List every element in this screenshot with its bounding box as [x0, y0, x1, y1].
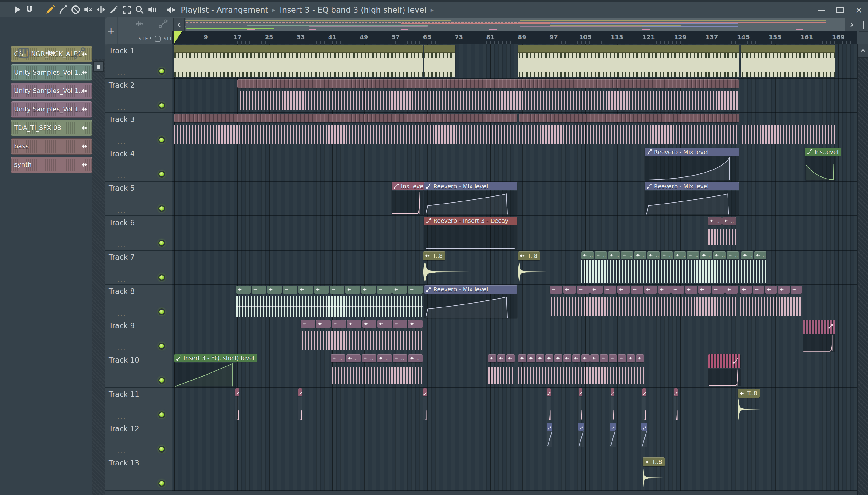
audio-chip-clip[interactable]: ‥ [741, 252, 753, 259]
audio-chip-clip[interactable]: ‥ [362, 320, 377, 328]
vertical-scrollbar[interactable] [857, 44, 868, 495]
audio-chip-clip[interactable]: ‥ [725, 286, 738, 294]
audio-chip-clip[interactable]: ‥ [722, 217, 736, 225]
track-header[interactable]: Track 9... [105, 319, 172, 354]
picker-item[interactable]: synth [11, 157, 92, 173]
audio-chip-clip[interactable]: ‥ [377, 354, 392, 362]
track-mute-led[interactable] [159, 377, 165, 383]
tiny-automation-clip[interactable] [579, 388, 582, 421]
step-checkbox[interactable] [154, 36, 161, 42]
audio-chip-clip[interactable]: ‥ [236, 286, 251, 294]
picker-item[interactable]: bass [11, 138, 92, 155]
add-playlist-tab-button[interactable]: + [105, 17, 117, 44]
audio-chip-clip[interactable]: ‥ [377, 286, 392, 294]
picker-item[interactable]: Unity Samples_Vol 1.. [11, 101, 92, 118]
zoom-icon[interactable] [134, 4, 145, 15]
picker-tab-piano-icon[interactable] [17, 47, 30, 59]
audio-chip-clip[interactable]: ‥ [330, 286, 344, 294]
tiny-automation-clip[interactable] [674, 388, 677, 421]
audio-chip-clip[interactable]: ‥ [497, 354, 506, 362]
preview-icon[interactable] [147, 4, 157, 15]
audio-chip-clip[interactable]: ‥ [627, 354, 635, 362]
tiny-automation-clip[interactable] [298, 388, 302, 421]
track-options-dots[interactable]: ... [117, 241, 126, 249]
track-options-dots[interactable]: ... [117, 447, 126, 455]
audio-chip-clip[interactable]: ‥ [527, 354, 535, 362]
audio-chip-clip[interactable]: ‥ [604, 286, 616, 294]
audio-chip-clip[interactable]: ‥ [714, 252, 726, 259]
audio-chip-clip[interactable]: ‥ [563, 286, 576, 294]
picker-scrollbar-thumb[interactable] [97, 65, 100, 69]
track-options-dots[interactable]: ... [117, 310, 126, 317]
pattern-clip-strip[interactable] [519, 114, 739, 122]
track-options-dots[interactable]: ... [117, 207, 126, 214]
audio-chip-clip[interactable]: ‥ [671, 286, 684, 294]
audio-chip-clip[interactable]: ‥ [687, 252, 699, 259]
audio-chip-clip[interactable]: ‥ [518, 354, 526, 362]
track-header[interactable]: Track 12... [105, 422, 172, 457]
waveform-icon[interactable] [135, 19, 145, 29]
audio-chip-clip[interactable]: ‥ [790, 286, 802, 294]
tiny-blue-automation-clip[interactable] [610, 423, 616, 447]
track-mute-led[interactable] [159, 343, 165, 349]
audio-chip-clip[interactable]: ‥ [345, 286, 360, 294]
audio-chip-clip[interactable]: ‥ [636, 354, 644, 362]
picker-item[interactable]: TDA_TI_SFX 08 [11, 120, 92, 136]
track-header[interactable]: Track 7... [105, 251, 172, 285]
picker-tab-link-icon[interactable] [73, 47, 86, 59]
audio-chip-clip[interactable]: ‥ [361, 286, 376, 294]
automation-clip[interactable]: Reeverb - Insert 3 - Decay [424, 217, 518, 249]
tiny-automation-clip[interactable] [611, 388, 614, 421]
track-mute-led[interactable] [159, 240, 165, 246]
playhead-marker[interactable] [174, 31, 182, 44]
waveform-block[interactable] [740, 297, 802, 316]
track-mute-led[interactable] [159, 171, 165, 177]
track-mute-led[interactable] [159, 446, 165, 452]
audio-chip-clip[interactable]: ‥ [563, 354, 571, 362]
picker-item[interactable]: Unity Samples_Vol 1.. [11, 83, 92, 99]
scroll-up-button[interactable] [858, 44, 868, 57]
audio-chip-clip[interactable]: ‥ [314, 286, 329, 294]
track-options-dots[interactable]: ... [117, 172, 126, 180]
audio-chip-clip[interactable]: ‥ [362, 354, 376, 362]
audio-chip-clip[interactable]: ‥ [554, 354, 562, 362]
audio-chip-clip[interactable]: ‥ [644, 286, 657, 294]
audio-chip-clip[interactable]: ‥ [392, 286, 407, 294]
scroll-left-button[interactable] [173, 18, 185, 32]
audio-chip-clip[interactable]: ‥ [408, 286, 423, 294]
magnet-icon[interactable] [24, 4, 34, 15]
audio-chip-clip[interactable]: ‥ [506, 354, 515, 362]
deny-icon[interactable] [70, 4, 81, 15]
audio-chip-clip[interactable]: ‥ [674, 252, 686, 259]
track-options-dots[interactable]: ... [117, 344, 126, 352]
automation-clip[interactable]: Reeverb - Mix level [424, 182, 518, 215]
waveform-block[interactable] [331, 367, 423, 383]
chopped-automation-clip[interactable] [708, 354, 741, 386]
picker-tab-waveform-icon[interactable] [45, 47, 57, 59]
pencil-icon[interactable] [45, 4, 55, 15]
waveform-block[interactable] [741, 260, 767, 283]
audio-chip-clip[interactable]: ‥ [753, 286, 765, 294]
picker-scrollbar[interactable] [94, 62, 104, 72]
track-mute-led[interactable] [159, 205, 165, 212]
audio-chip-clip[interactable]: ‥ [545, 354, 553, 362]
audio-chip-clip[interactable]: ‥ [346, 354, 361, 362]
track-header[interactable]: Track 10... [105, 354, 172, 388]
audio-chip-clip[interactable]: ‥ [608, 252, 620, 259]
scroll-right-button[interactable] [846, 18, 857, 32]
audio-chip-clip[interactable]: ‥ [648, 252, 660, 259]
audio-chip-clip[interactable]: ‥ [582, 252, 594, 259]
sample-clip-label[interactable]: T..8 [738, 389, 760, 398]
track-mute-led[interactable] [159, 137, 165, 143]
chopped-automation-clip[interactable] [803, 320, 835, 352]
waveform-block[interactable] [301, 330, 423, 351]
automation-clip[interactable]: Reeverb - Mix level [424, 286, 518, 318]
track-header[interactable]: Track 13... [105, 457, 172, 491]
automation-clip[interactable]: Insert 3 - EQ..shelf) level [174, 354, 236, 387]
horizontal-scrollbar[interactable] [105, 491, 857, 495]
minimize-button[interactable] [818, 10, 825, 11]
automation-clip[interactable]: Reeverb - Mix level [645, 148, 739, 181]
track-header[interactable]: Track 11... [105, 388, 172, 422]
audio-chip-clip[interactable]: ‥ [609, 354, 617, 362]
audio-chip-clip[interactable]: ‥ [754, 252, 767, 259]
